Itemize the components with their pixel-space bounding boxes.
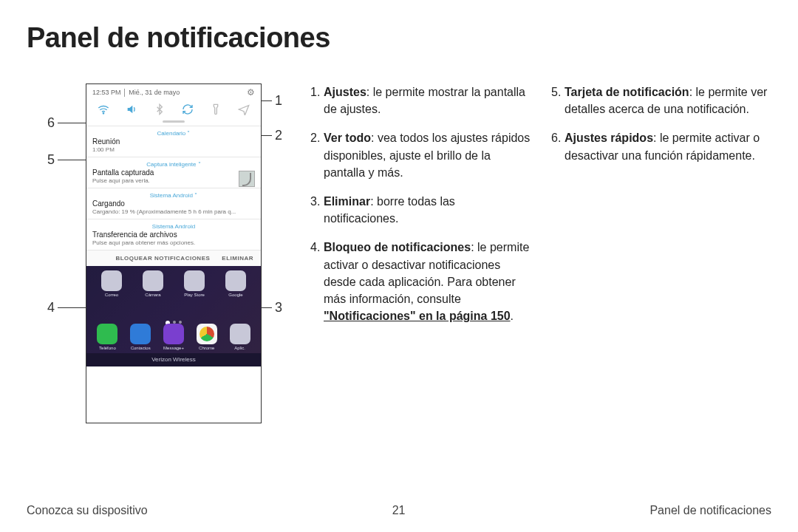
page-title: Panel de notificaciones: [27, 22, 771, 54]
svg-point-0: [103, 113, 103, 114]
legend-num: 6.: [551, 129, 565, 163]
app-play-store[interactable]: Play Store: [180, 270, 209, 297]
app-phone[interactable]: Teléfono: [92, 324, 122, 350]
airplane-icon[interactable]: [238, 103, 250, 115]
notification-title: Pantalla capturada: [92, 168, 255, 177]
notification-title: Reunión: [92, 137, 255, 146]
content-area: 6 5 4 1 2 3 12:53 PM │ Mié., 31 de mayo …: [27, 83, 771, 438]
notification-title: Transferencia de archivos: [92, 231, 255, 239]
rotate-icon[interactable]: [182, 103, 194, 115]
footer-right: Panel de notificaciones: [649, 504, 771, 517]
notification-subtext: Pulse aquí para verla.: [92, 177, 255, 184]
gear-icon[interactable]: ⚙: [247, 87, 255, 98]
legend-item-1: 1. Ajustes: le permite mostrar la pantal…: [310, 83, 531, 117]
screenshot-thumbnail: [239, 171, 255, 187]
notification-card[interactable]: Calendario ˅ Reunión 1:00 PM: [86, 126, 261, 157]
legend-num: 4.: [310, 239, 324, 324]
legend-item-4: 4. Bloqueo de notificaciones: le permite…: [310, 239, 531, 324]
home-apps-row: Correo Cámara Play Store Google: [86, 270, 261, 297]
sound-icon[interactable]: [126, 103, 137, 115]
cross-reference-link[interactable]: "Notificaciones" en la página 150: [324, 310, 511, 322]
callout-2: 2: [275, 128, 282, 143]
status-bar: 12:53 PM │ Mié., 31 de mayo ⚙: [86, 84, 261, 99]
legend-num: 5.: [551, 83, 565, 117]
notification-app: Calendario ˅: [92, 130, 255, 137]
callout-5: 5: [47, 152, 55, 168]
legend-item-2: 2. Ver todo: vea todos los ajustes rápid…: [310, 129, 531, 181]
legend-text: Ver todo: vea todos los ajustes rápidos …: [324, 129, 531, 181]
callout-6: 6: [47, 115, 55, 131]
panel-handle[interactable]: [163, 120, 185, 123]
legend-item-6: 6. Ajustes rápidos: le permite activar o…: [551, 129, 771, 163]
legend-col-1: 1. Ajustes: le permite mostrar la pantal…: [310, 83, 531, 336]
app-apps[interactable]: Aplic.: [225, 324, 255, 350]
callout-3: 3: [275, 300, 282, 316]
notification-actions: BLOQUEAR NOTIFICACIONES ELIMINAR: [86, 250, 261, 266]
app-google[interactable]: Google: [221, 270, 250, 297]
notification-card[interactable]: Sistema Android ˅ Cargando Cargando: 19 …: [86, 188, 261, 219]
bluetooth-icon[interactable]: [154, 103, 166, 115]
footer-page-number: 21: [392, 504, 406, 517]
block-notifications-button[interactable]: BLOQUEAR NOTIFICACIONES: [115, 255, 210, 262]
notification-app: Sistema Android: [92, 223, 255, 230]
legend-columns: 1. Ajustes: le permite mostrar la pantal…: [310, 83, 771, 336]
app-contacts[interactable]: Contactos: [126, 324, 155, 350]
app-chrome[interactable]: Chrome: [192, 324, 222, 350]
legend-text: Ajustes: le permite mostrar la pantalla …: [324, 83, 531, 117]
legend-text: Ajustes rápidos: le permite activar o de…: [565, 129, 771, 163]
device-screenshot: 12:53 PM │ Mié., 31 de mayo ⚙: [86, 83, 262, 423]
footer-left: Conozca su dispositivo: [27, 504, 148, 517]
app-message[interactable]: Message+: [159, 324, 188, 350]
home-screen: Correo Cámara Play Store Google Teléfono…: [86, 266, 261, 366]
notification-card[interactable]: Sistema Android Transferencia de archivo…: [86, 219, 261, 250]
legend-num: 2.: [310, 129, 324, 181]
notification-subtext: Cargando: 19 % (Aproximadamente 5 h 6 mi…: [92, 208, 255, 215]
app-camera[interactable]: Cámara: [138, 270, 168, 297]
wifi-icon[interactable]: [98, 103, 109, 115]
annotated-diagram: 6 5 4 1 2 3 12:53 PM │ Mié., 31 de mayo …: [27, 83, 293, 438]
legend-item-3: 3. Eliminar: borre todas las notificacio…: [310, 193, 531, 227]
callout-1: 1: [275, 93, 282, 109]
flashlight-icon[interactable]: [210, 103, 222, 115]
notification-app: Sistema Android ˅: [92, 192, 255, 199]
notification-app: Captura inteligente ˅: [92, 161, 255, 168]
legend-text: Tarjeta de notificación: le permite ver …: [565, 83, 771, 117]
legend-text: Eliminar: borre todas las notificaciones…: [324, 193, 531, 227]
notification-subtext: 1:00 PM: [92, 146, 255, 153]
legend-col-2: 5. Tarjeta de notificación: le permite v…: [551, 83, 771, 336]
legend-item-5: 5. Tarjeta de notificación: le permite v…: [551, 83, 771, 117]
clear-button[interactable]: ELIMINAR: [222, 255, 253, 262]
carrier-label: Verizon Wireless: [86, 353, 261, 366]
page-footer: Conozca su dispositivo 21 Panel de notif…: [27, 504, 771, 517]
notification-title: Cargando: [92, 200, 255, 208]
callout-4: 4: [47, 300, 55, 316]
legend-num: 1.: [310, 83, 324, 117]
legend-num: 3.: [310, 193, 324, 227]
notification-card[interactable]: Captura inteligente ˅ Pantalla capturada…: [86, 157, 261, 188]
home-dock: Teléfono Contactos Message+ Chrome Aplic…: [86, 324, 261, 350]
status-time: 12:53 PM │ Mié., 31 de mayo: [92, 89, 180, 96]
legend-text: Bloqueo de notificaciones: le permite ac…: [324, 239, 531, 324]
app-mail[interactable]: Correo: [97, 270, 126, 297]
quick-settings-row: [86, 99, 261, 118]
notification-subtext: Pulse aquí para obtener más opciones.: [92, 239, 255, 246]
